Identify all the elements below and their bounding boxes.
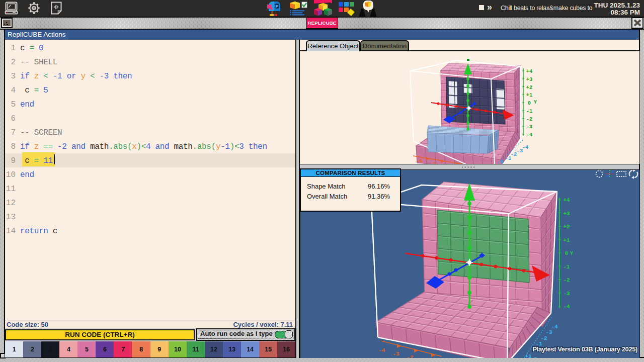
- svg-text:0: 0: [528, 100, 531, 106]
- svg-text:-1: -1: [526, 108, 533, 114]
- svg-text:-2: -2: [511, 151, 517, 157]
- svg-text:Y: Y: [570, 250, 574, 256]
- svg-text:0: 0: [565, 250, 569, 256]
- svg-text:+1: +1: [525, 353, 532, 358]
- svg-text:Y: Y: [534, 99, 537, 105]
- svg-text:-1: -1: [505, 155, 512, 161]
- svg-text:-3: -3: [430, 161, 436, 164]
- svg-text:-2: -2: [526, 116, 533, 122]
- svg-text:-4: -4: [526, 132, 533, 138]
- svg-text:+3: +3: [563, 211, 570, 217]
- svg-text:+3: +3: [526, 76, 533, 82]
- svg-text:-4: -4: [522, 144, 529, 150]
- svg-text:-3: -3: [517, 148, 523, 154]
- svg-text:+4: +4: [526, 68, 533, 74]
- svg-text:-2: -2: [407, 354, 413, 358]
- svg-text:-3: -3: [545, 329, 552, 335]
- svg-text:-3: -3: [392, 351, 399, 357]
- svg-text:+1: +1: [526, 92, 533, 98]
- svg-text:-3: -3: [563, 291, 570, 297]
- svg-text:-1: -1: [563, 264, 570, 270]
- svg-text:-3: -3: [526, 124, 533, 130]
- svg-text:+2: +2: [526, 84, 533, 90]
- svg-text:-2: -2: [563, 277, 570, 283]
- svg-text:+4: +4: [563, 197, 570, 203]
- svg-text:-4: -4: [563, 304, 570, 310]
- svg-text:Playtest Version 03B (January: Playtest Version 03B (January 2025): [532, 345, 637, 353]
- svg-text:Z: Z: [534, 356, 537, 358]
- svg-text:0: 0: [501, 159, 504, 164]
- svg-text:-4: -4: [378, 347, 385, 353]
- svg-text:+1: +1: [563, 237, 570, 243]
- svg-text:-4: -4: [416, 158, 423, 164]
- svg-text:P: P: [276, 4, 279, 9]
- svg-text:+2: +2: [563, 224, 570, 230]
